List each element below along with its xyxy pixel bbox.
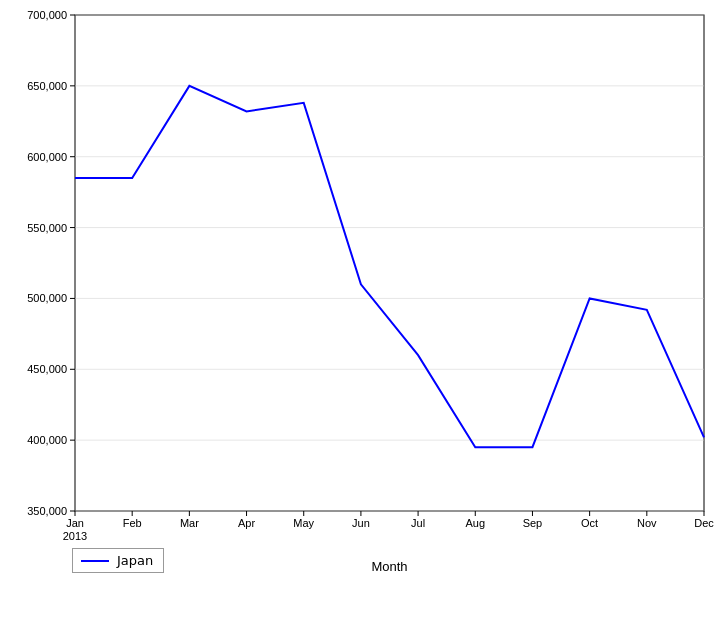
svg-text:600,000: 600,000 bbox=[27, 151, 67, 163]
line-chart: 350,000400,000450,000500,000550,000600,0… bbox=[0, 0, 724, 621]
svg-text:Apr: Apr bbox=[238, 517, 255, 529]
svg-text:Mar: Mar bbox=[180, 517, 199, 529]
svg-text:400,000: 400,000 bbox=[27, 434, 67, 446]
svg-text:Jan: Jan bbox=[66, 517, 84, 529]
svg-text:Aug: Aug bbox=[465, 517, 485, 529]
svg-text:500,000: 500,000 bbox=[27, 292, 67, 304]
svg-text:Month: Month bbox=[371, 559, 407, 574]
svg-text:700,000: 700,000 bbox=[27, 9, 67, 21]
svg-text:Oct: Oct bbox=[581, 517, 598, 529]
svg-text:Feb: Feb bbox=[123, 517, 142, 529]
svg-text:Nov: Nov bbox=[637, 517, 657, 529]
svg-text:Jun: Jun bbox=[352, 517, 370, 529]
legend-label: Japan bbox=[117, 553, 153, 568]
svg-text:2013: 2013 bbox=[63, 530, 87, 542]
chart-container: 350,000400,000450,000500,000550,000600,0… bbox=[0, 0, 724, 621]
svg-text:350,000: 350,000 bbox=[27, 505, 67, 517]
svg-text:450,000: 450,000 bbox=[27, 363, 67, 375]
svg-text:650,000: 650,000 bbox=[27, 80, 67, 92]
legend: Japan bbox=[72, 548, 164, 573]
svg-text:Dec: Dec bbox=[694, 517, 714, 529]
svg-text:Sep: Sep bbox=[523, 517, 543, 529]
svg-text:550,000: 550,000 bbox=[27, 222, 67, 234]
svg-text:May: May bbox=[293, 517, 314, 529]
legend-line bbox=[81, 560, 109, 562]
svg-text:Jul: Jul bbox=[411, 517, 425, 529]
svg-rect-1 bbox=[75, 15, 704, 511]
